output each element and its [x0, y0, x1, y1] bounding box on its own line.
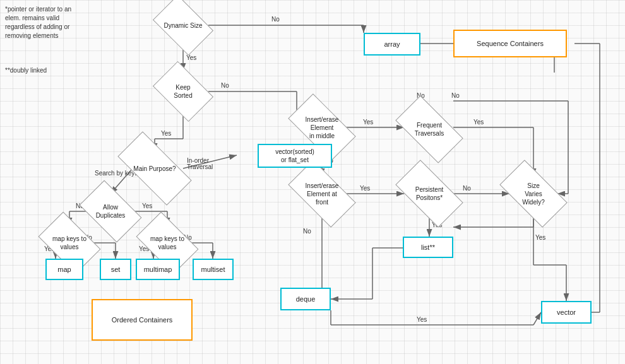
box-multimap: multimap: [136, 259, 180, 280]
svg-text:Yes: Yes: [360, 185, 370, 192]
diamond-allow-duplicates: AllowDuplicates: [84, 194, 137, 229]
svg-text:Yes: Yes: [473, 119, 484, 126]
box-deque: deque: [280, 288, 331, 310]
box-vector-sorted: vector(sorted)or flat_set: [258, 144, 332, 168]
diamond-keep-sorted: KeepSorted: [158, 74, 208, 109]
diamond-map-keys-left: map keys tovalues: [43, 225, 96, 261]
diamond-dynamic-size: Dynamic Size: [158, 8, 208, 43]
svg-text:No: No: [463, 185, 471, 192]
svg-text:Yes: Yes: [535, 234, 545, 241]
svg-line-15: [183, 155, 237, 168]
flowchart-canvas: *pointer or iterator to anelem. remains …: [0, 0, 625, 364]
diamond-main-purpose: Main Purpose?: [120, 151, 189, 186]
box-multiset: multiset: [193, 259, 234, 280]
svg-text:No: No: [271, 16, 280, 23]
svg-text:No: No: [303, 228, 311, 235]
box-set: set: [100, 259, 131, 280]
svg-line-68: [533, 312, 541, 325]
svg-text:Yes: Yes: [363, 119, 373, 126]
svg-text:Traversal: Traversal: [187, 163, 213, 170]
diamond-frequent-traversals: FrequentTraversals: [399, 112, 460, 147]
diamond-persistent-positions: PersistentPositons*: [399, 176, 460, 211]
diamond-insert-erase-middle: Insert/eraseElementin middle: [292, 110, 352, 145]
diamond-map-keys-right: map keys tovalues: [141, 225, 194, 261]
box-sequence-containers: Sequence Containers: [453, 30, 567, 57]
box-ordered-containers: Ordered Containers: [92, 299, 193, 341]
diamond-size-varies: SizeVariesWidely?: [503, 176, 564, 211]
box-list: list**: [403, 237, 453, 258]
svg-text:No: No: [451, 92, 460, 99]
svg-text:Yes: Yes: [142, 203, 152, 209]
diamond-insert-erase-front: Insert/eraseElement atfront: [292, 176, 352, 211]
note-pointer: *pointer or iterator to anelem. remains …: [5, 5, 71, 40]
note-doubly-linked: **doubly linked: [5, 66, 47, 75]
box-vector: vector: [541, 301, 592, 324]
box-array: array: [364, 33, 420, 56]
svg-text:No: No: [221, 82, 229, 89]
svg-text:Yes: Yes: [417, 316, 427, 323]
svg-text:In-order: In-order: [187, 157, 210, 164]
box-map: map: [45, 259, 83, 280]
svg-text:Yes: Yes: [161, 130, 171, 137]
